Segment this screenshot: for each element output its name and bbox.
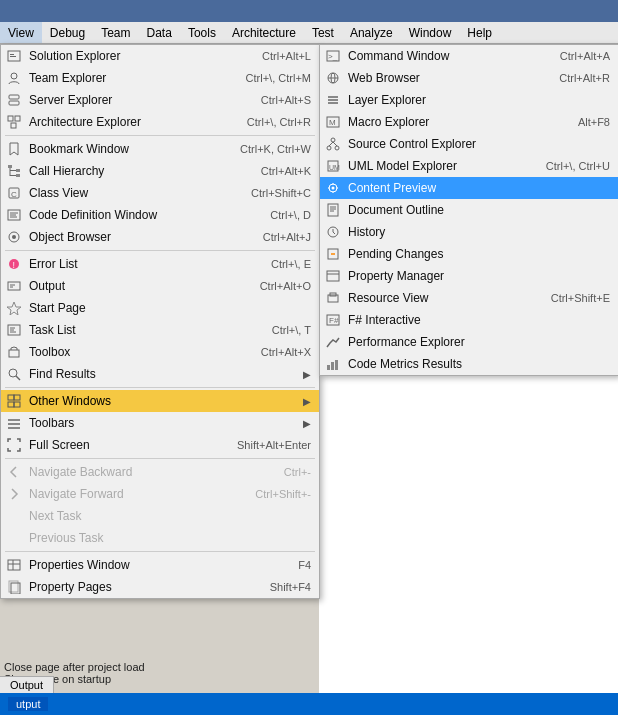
svg-rect-78 — [327, 271, 339, 281]
svg-rect-42 — [8, 427, 20, 429]
submenu-performance-explorer[interactable]: Performance Explorer — [320, 331, 618, 353]
menu-toolbox-shortcut: Ctrl+Alt+X — [261, 346, 311, 358]
menu-full-screen[interactable]: Full Screen Shift+Alt+Enter — [1, 434, 319, 456]
menu-item-test[interactable]: Test — [304, 22, 342, 43]
navigate-backward-icon — [5, 463, 23, 481]
menu-architecture-explorer-label: Architecture Explorer — [29, 115, 231, 129]
svg-rect-37 — [14, 395, 20, 400]
svg-point-58 — [331, 138, 335, 142]
svg-rect-41 — [8, 423, 20, 425]
menu-properties-window[interactable]: Properties Window F4 — [1, 554, 319, 576]
menu-previous-task-label: Previous Task — [29, 531, 295, 545]
menu-code-definition-shortcut: Ctrl+\, D — [270, 209, 311, 221]
menu-server-explorer[interactable]: Server Explorer Ctrl+Alt+S — [1, 89, 319, 111]
next-task-icon — [5, 507, 23, 525]
svg-rect-40 — [8, 419, 20, 421]
menu-solution-explorer-shortcut: Ctrl+Alt+L — [262, 50, 311, 62]
svg-rect-4 — [9, 95, 19, 99]
menu-item-architecture[interactable]: Architecture — [224, 22, 304, 43]
menu-item-tools[interactable]: Tools — [180, 22, 224, 43]
resource-view-icon — [324, 289, 342, 307]
command-window-icon: >_ — [324, 47, 342, 65]
submenu-property-manager[interactable]: Property Manager — [320, 265, 618, 287]
menu-error-list[interactable]: ! Error List Ctrl+\, E — [1, 253, 319, 275]
menu-call-hierarchy[interactable]: Call Hierarchy Ctrl+Alt+K — [1, 160, 319, 182]
property-pages-icon — [5, 578, 23, 596]
menu-property-pages-shortcut: Shift+F4 — [270, 581, 311, 593]
svg-rect-9 — [8, 165, 12, 168]
submenu-pending-changes[interactable]: Pending Changes — [320, 243, 618, 265]
submenu-source-control-explorer[interactable]: Source Control Explorer — [320, 133, 618, 155]
uml-model-explorer-icon: UML — [324, 157, 342, 175]
menu-start-page-label: Start Page — [29, 301, 295, 315]
submenu-uml-model-explorer-label: UML Model Explorer — [348, 159, 530, 173]
submenu-fsharp-interactive[interactable]: F# F# Interactive — [320, 309, 618, 331]
close-page-text: Close page after project load — [4, 661, 145, 673]
menu-toolbars[interactable]: Toolbars ▶ — [1, 412, 319, 434]
menu-item-debug[interactable]: Debug — [42, 22, 93, 43]
submenu-uml-model-explorer[interactable]: UML UML Model Explorer Ctrl+\, Ctrl+U — [320, 155, 618, 177]
menu-class-view[interactable]: C Class View Ctrl+Shift+C — [1, 182, 319, 204]
menu-item-view[interactable]: View — [0, 22, 42, 43]
svg-point-60 — [335, 146, 339, 150]
menu-navigate-forward[interactable]: Navigate Forward Ctrl+Shift+- — [1, 483, 319, 505]
menu-team-explorer-shortcut: Ctrl+\, Ctrl+M — [246, 72, 311, 84]
bookmark-icon — [5, 140, 23, 158]
menu-task-list[interactable]: Task List Ctrl+\, T — [1, 319, 319, 341]
menu-code-definition-label: Code Definition Window — [29, 208, 254, 222]
menu-property-pages[interactable]: Property Pages Shift+F4 — [1, 576, 319, 598]
menu-properties-window-label: Properties Window — [29, 558, 282, 572]
menu-code-definition[interactable]: Code Definition Window Ctrl+\, D — [1, 204, 319, 226]
menu-item-team[interactable]: Team — [93, 22, 138, 43]
submenu-code-metrics-results[interactable]: Code Metrics Results — [320, 353, 618, 375]
history-icon — [324, 223, 342, 241]
menu-item-window[interactable]: Window — [401, 22, 460, 43]
menu-toolbox-label: Toolbox — [29, 345, 245, 359]
submenu-command-window-shortcut: Ctrl+Alt+A — [560, 50, 610, 62]
menu-item-analyze[interactable]: Analyze — [342, 22, 401, 43]
svg-text:!: ! — [13, 260, 16, 270]
menu-output[interactable]: Output Ctrl+Alt+O — [1, 275, 319, 297]
submenu-resource-view-label: Resource View — [348, 291, 535, 305]
output-tab[interactable]: Output — [0, 676, 54, 693]
submenu-document-outline[interactable]: Document Outline — [320, 199, 618, 221]
menu-navigate-backward[interactable]: Navigate Backward Ctrl+- — [1, 461, 319, 483]
submenu-pending-changes-label: Pending Changes — [348, 247, 594, 261]
menu-call-hierarchy-shortcut: Ctrl+Alt+K — [261, 165, 311, 177]
menu-architecture-explorer[interactable]: Architecture Explorer Ctrl+\, Ctrl+R — [1, 111, 319, 133]
view-menu-dropdown: Solution Explorer Ctrl+Alt+L Team Explor… — [0, 44, 320, 599]
svg-rect-86 — [335, 360, 338, 370]
menu-solution-explorer[interactable]: Solution Explorer Ctrl+Alt+L — [1, 45, 319, 67]
menu-object-browser[interactable]: Object Browser Ctrl+Alt+J — [1, 226, 319, 248]
svg-point-22 — [12, 235, 16, 239]
menu-item-help[interactable]: Help — [459, 22, 500, 43]
menu-find-results[interactable]: Find Results ▶ — [1, 363, 319, 385]
submenu-command-window-label: Command Window — [348, 49, 544, 63]
menu-bookmark-window[interactable]: Bookmark Window Ctrl+K, Ctrl+W — [1, 138, 319, 160]
toolbox-icon — [5, 343, 23, 361]
menu-toolbox[interactable]: Toolbox Ctrl+Alt+X — [1, 341, 319, 363]
menu-task-list-shortcut: Ctrl+\, T — [272, 324, 311, 336]
svg-rect-55 — [328, 102, 338, 104]
submenu-layer-explorer[interactable]: Layer Explorer — [320, 89, 618, 111]
submenu-content-preview[interactable]: Content Preview — [320, 177, 618, 199]
submenu-macro-explorer-label: Macro Explorer — [348, 115, 562, 129]
submenu-command-window[interactable]: >_ Command Window Ctrl+Alt+A — [320, 45, 618, 67]
submenu-resource-view[interactable]: Resource View Ctrl+Shift+E — [320, 287, 618, 309]
menu-other-windows[interactable]: Other Windows ▶ — [1, 390, 319, 412]
submenu-macro-explorer[interactable]: M Macro Explorer Alt+F8 — [320, 111, 618, 133]
menu-start-page[interactable]: Start Page — [1, 297, 319, 319]
class-view-icon: C — [5, 184, 23, 202]
submenu-uml-model-explorer-shortcut: Ctrl+\, Ctrl+U — [546, 160, 610, 172]
menu-team-explorer[interactable]: Team Explorer Ctrl+\, Ctrl+M — [1, 67, 319, 89]
menu-item-data[interactable]: Data — [139, 22, 180, 43]
submenu-history[interactable]: History — [320, 221, 618, 243]
menu-next-task[interactable]: Next Task — [1, 505, 319, 527]
submenu-web-browser[interactable]: Web Browser Ctrl+Alt+R — [320, 67, 618, 89]
menu-navigate-backward-shortcut: Ctrl+- — [284, 466, 311, 478]
menu-previous-task[interactable]: Previous Task — [1, 527, 319, 549]
svg-rect-54 — [328, 99, 338, 101]
menu-output-label: Output — [29, 279, 244, 293]
property-manager-icon — [324, 267, 342, 285]
web-browser-icon — [324, 69, 342, 87]
